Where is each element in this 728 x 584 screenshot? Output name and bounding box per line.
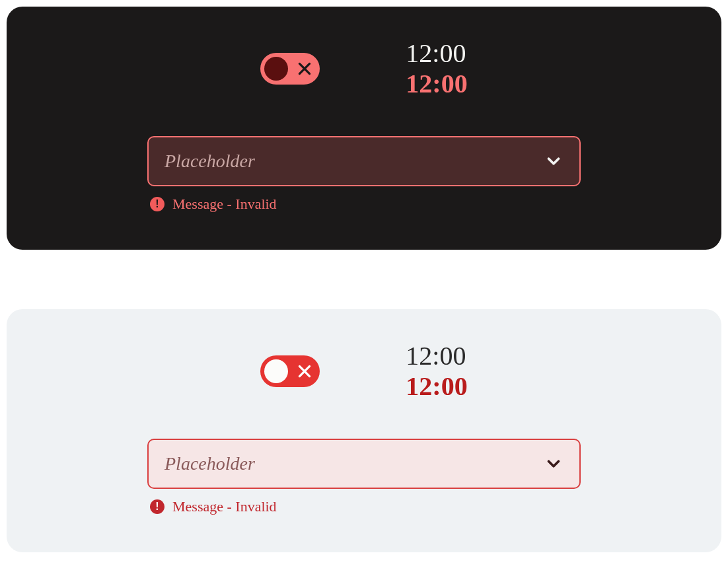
light-top-row: 12:00 12:00: [7, 341, 721, 402]
dark-theme-card: 12:00 12:00 Placeholder ! Message - Inva…: [7, 7, 721, 250]
chevron-down-icon: [544, 454, 564, 474]
validation-message-light: ! Message - Invalid: [147, 498, 581, 515]
dropdown-group-light: Placeholder ! Message - Invalid: [147, 439, 581, 515]
time-display-light: 12:00 12:00: [406, 341, 467, 402]
dropdown-group-dark: Placeholder ! Message - Invalid: [147, 136, 581, 213]
time-secondary: 12:00: [406, 69, 467, 99]
alert-icon: !: [150, 197, 164, 211]
time-primary: 12:00: [406, 38, 467, 69]
validation-text: Message - Invalid: [172, 498, 277, 515]
time-display-dark: 12:00 12:00: [406, 38, 467, 99]
dropdown-field-dark[interactable]: Placeholder: [147, 136, 581, 186]
validation-message-dark: ! Message - Invalid: [147, 196, 581, 213]
toggle-switch-light[interactable]: [260, 355, 320, 387]
validation-text: Message - Invalid: [172, 196, 277, 213]
toggle-knob: [264, 57, 288, 81]
dark-top-row: 12:00 12:00: [7, 38, 721, 99]
dropdown-placeholder: Placeholder: [164, 151, 255, 172]
light-theme-card: 12:00 12:00 Placeholder ! Message - Inva…: [7, 309, 721, 552]
close-icon: [296, 60, 313, 77]
alert-icon: !: [150, 499, 164, 514]
toggle-knob: [264, 359, 288, 383]
dropdown-field-light[interactable]: Placeholder: [147, 439, 581, 489]
toggle-switch-dark[interactable]: [260, 53, 320, 85]
chevron-down-icon: [544, 151, 564, 171]
dropdown-placeholder: Placeholder: [164, 453, 255, 474]
close-icon: [296, 363, 313, 380]
time-secondary: 12:00: [406, 371, 467, 402]
time-primary: 12:00: [406, 341, 467, 371]
